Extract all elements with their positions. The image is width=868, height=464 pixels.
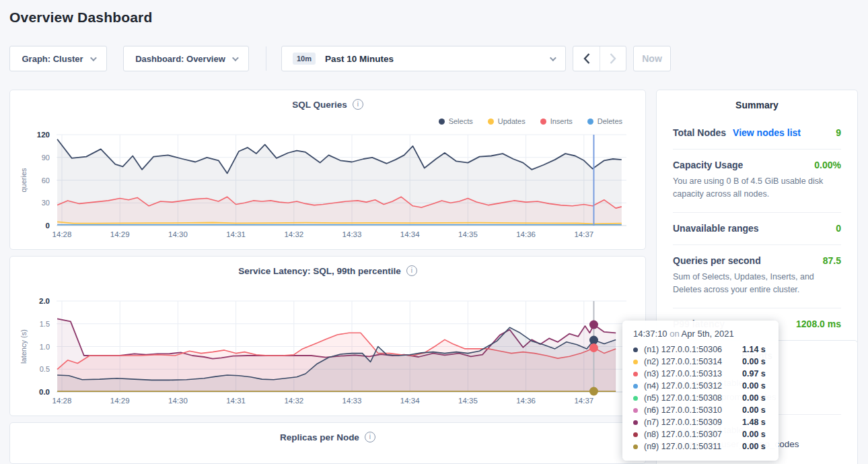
svg-text:14:31: 14:31 — [226, 397, 246, 405]
view-nodes-list-link[interactable]: View nodes list — [733, 127, 801, 138]
svg-text:14:31: 14:31 — [226, 230, 246, 238]
dashboard-dropdown-label: Dashboard: Overview — [135, 54, 225, 64]
svg-text:60: 60 — [42, 176, 50, 185]
tooltip-node-value: 0.97 s — [742, 369, 766, 378]
graph-dropdown[interactable]: Graph: Cluster — [9, 46, 107, 71]
tooltip-node-label: (n2) 127.0.0.1:50314 — [644, 357, 742, 366]
dashboard-dropdown[interactable]: Dashboard: Overview — [123, 46, 249, 71]
toolbar-divider — [266, 46, 266, 71]
tooltip-node-value: 0.00 s — [742, 442, 766, 451]
summary-label: Total Nodes — [673, 127, 726, 138]
svg-text:14:35: 14:35 — [458, 397, 478, 405]
summary-title: Summary — [673, 100, 841, 110]
chevron-left-icon — [583, 53, 590, 64]
replicas-per-node-panel: Replicas per Node i — [9, 422, 646, 464]
tooltip-node-value: 0.00 s — [742, 405, 766, 415]
tooltip-node-value: 1.14 s — [742, 345, 766, 354]
svg-text:1.0: 1.0 — [40, 343, 50, 351]
summary-panel: Summary Total Nodes View nodes list 9 Ca… — [656, 90, 858, 345]
tooltip-node-value: 0.00 s — [742, 381, 766, 391]
tooltip-node-label: (n5) 127.0.0.1:50308 — [644, 393, 742, 403]
node-color-dot-icon — [633, 420, 638, 425]
svg-text:queries: queries — [20, 168, 28, 193]
svg-text:90: 90 — [42, 154, 50, 162]
graph-dropdown-label: Graph: Cluster — [22, 54, 83, 64]
tooltip-row: (n4) 127.0.0.1:503120.00 s — [633, 380, 769, 392]
summary-value: 0.00% — [814, 160, 841, 170]
node-color-dot-icon — [633, 408, 638, 413]
svg-text:14:34: 14:34 — [400, 230, 420, 238]
tooltip-node-label: (n3) 127.0.0.1:50313 — [644, 369, 742, 378]
node-color-dot-icon — [633, 360, 638, 364]
chevron-down-icon — [232, 55, 239, 61]
svg-text:0.5: 0.5 — [40, 365, 50, 373]
tooltip-row: (n1) 127.0.0.1:503061.14 s — [633, 343, 769, 356]
svg-text:14:32: 14:32 — [284, 230, 303, 238]
tooltip-row: (n7) 127.0.0.1:503091.48 s — [633, 416, 769, 428]
summary-total-nodes: Total Nodes View nodes list 9 — [673, 117, 841, 149]
chart-hover-tooltip: 14:37:10 on Apr 5th, 2021 (n1) 127.0.0.1… — [622, 321, 779, 461]
tooltip-row: (n9) 127.0.0.1:503110.00 s — [633, 440, 769, 453]
summary-label: Capacity Usage — [673, 160, 743, 170]
tooltip-row: (n6) 127.0.0.1:503100.00 s — [633, 404, 769, 416]
tooltip-row: (n5) 127.0.0.1:503080.00 s — [633, 392, 769, 404]
tooltip-timestamp: 14:37:10 on Apr 5th, 2021 — [633, 329, 769, 339]
svg-text:14:28: 14:28 — [52, 397, 72, 405]
svg-text:14:37: 14:37 — [574, 397, 593, 405]
svg-text:14:35: 14:35 — [458, 230, 478, 238]
svg-text:1.5: 1.5 — [40, 320, 50, 328]
next-time-button[interactable] — [600, 46, 626, 71]
svg-text:30: 30 — [42, 199, 50, 207]
chevron-down-icon — [550, 55, 556, 61]
svg-text:latency (s): latency (s) — [20, 329, 28, 364]
tooltip-node-label: (n6) 127.0.0.1:50310 — [644, 405, 742, 415]
node-color-dot-icon — [633, 372, 638, 376]
service-latency-panel: Service Latency: SQL, 99th percentile i … — [9, 256, 646, 416]
svg-text:0.0: 0.0 — [39, 388, 50, 396]
svg-text:14:36: 14:36 — [516, 230, 536, 238]
svg-text:14:37: 14:37 — [574, 230, 593, 238]
summary-capacity-usage: Capacity Usage 0.00% You are using 0 B o… — [673, 149, 841, 212]
sql-queries-panel: SQL Queries i SelectsUpdatesInsertsDelet… — [9, 90, 646, 250]
tooltip-node-value: 0.00 s — [742, 357, 766, 366]
svg-text:14:34: 14:34 — [400, 397, 420, 405]
time-range-dropdown[interactable]: 10m Past 10 Minutes — [281, 46, 566, 71]
now-button[interactable]: Now — [633, 46, 671, 71]
node-color-dot-icon — [633, 396, 638, 401]
time-step-buttons — [573, 46, 626, 71]
info-icon[interactable]: i — [365, 432, 375, 442]
service-latency-chart[interactable]: 14:2814:2914:3014:3114:3214:3314:3414:35… — [10, 257, 645, 416]
chevron-down-icon — [89, 55, 96, 61]
svg-text:14:33: 14:33 — [342, 397, 362, 405]
chevron-right-icon — [610, 53, 616, 64]
tooltip-node-label: (n7) 127.0.0.1:50309 — [644, 418, 742, 427]
tooltip-row: (n8) 127.0.0.1:503070.00 s — [633, 428, 769, 440]
replicas-per-node-title: Replicas per Node — [280, 432, 359, 442]
sql-queries-chart[interactable]: 14:2814:2914:3014:3114:3214:3314:3414:35… — [10, 90, 645, 249]
summary-label: Queries per second — [673, 255, 761, 266]
node-color-dot-icon — [633, 432, 638, 437]
svg-text:14:30: 14:30 — [168, 230, 188, 238]
summary-label: Unavailable ranges — [673, 223, 759, 234]
tooltip-node-value: 1.48 s — [742, 418, 766, 427]
summary-description: You are using 0 B of 4.5 GiB usable disk… — [673, 175, 841, 201]
node-color-dot-icon — [633, 347, 638, 352]
summary-queries-per-second: Queries per second 87.5 Sum of Selects, … — [673, 244, 841, 308]
overview-dashboard-page: Overview Dashboard Graph: Cluster Dashbo… — [0, 0, 868, 464]
time-range-label: Past 10 Minutes — [325, 54, 394, 64]
svg-text:14:33: 14:33 — [342, 230, 362, 238]
summary-value: 9 — [836, 127, 841, 138]
tooltip-node-label: (n1) 127.0.0.1:50306 — [644, 345, 742, 354]
summary-description: Sum of Selects, Updates, Inserts, and De… — [673, 271, 841, 297]
tooltip-node-label: (n9) 127.0.0.1:50311 — [644, 442, 742, 451]
tooltip-node-label: (n8) 127.0.0.1:50307 — [644, 430, 742, 439]
svg-text:14:36: 14:36 — [516, 397, 536, 405]
tooltip-row: (n2) 127.0.0.1:503140.00 s — [633, 356, 769, 368]
tooltip-node-label: (n4) 127.0.0.1:50312 — [644, 381, 742, 391]
summary-value: 0 — [836, 223, 841, 234]
prev-time-button[interactable] — [573, 46, 600, 71]
tooltip-row: (n3) 127.0.0.1:503130.97 s — [633, 368, 769, 380]
summary-value: 1208.0 ms — [796, 319, 841, 329]
summary-unavailable-ranges: Unavailable ranges 0 — [673, 212, 841, 244]
tooltip-node-value: 0.00 s — [742, 430, 766, 439]
